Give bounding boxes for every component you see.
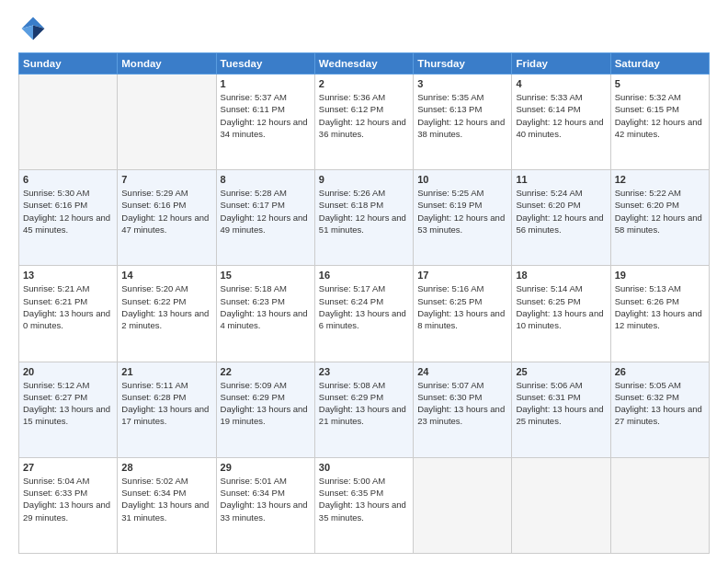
day-info: Sunrise: 5:04 AM Sunset: 6:33 PM Dayligh… <box>23 475 113 523</box>
day-number: 18 <box>516 270 606 281</box>
day-number: 14 <box>121 270 211 281</box>
calendar-header-row: SundayMondayTuesdayWednesdayThursdayFrid… <box>19 53 710 75</box>
calendar-cell: 30Sunrise: 5:00 AM Sunset: 6:35 PM Dayli… <box>314 457 413 553</box>
day-info: Sunrise: 5:06 AM Sunset: 6:31 PM Dayligh… <box>516 379 606 428</box>
day-info: Sunrise: 5:32 AM Sunset: 6:15 PM Dayligh… <box>615 91 705 140</box>
day-number: 13 <box>23 270 113 281</box>
calendar-week-row: 27Sunrise: 5:04 AM Sunset: 6:33 PM Dayli… <box>19 457 710 553</box>
day-number: 1 <box>221 78 311 89</box>
calendar-cell: 7Sunrise: 5:29 AM Sunset: 6:16 PM Daylig… <box>118 170 216 266</box>
day-info: Sunrise: 5:21 AM Sunset: 6:21 PM Dayligh… <box>23 282 113 331</box>
day-info: Sunrise: 5:35 AM Sunset: 6:13 PM Dayligh… <box>417 91 507 140</box>
day-number: 22 <box>221 366 311 377</box>
calendar-cell: 27Sunrise: 5:04 AM Sunset: 6:33 PM Dayli… <box>19 457 118 553</box>
calendar-cell: 10Sunrise: 5:25 AM Sunset: 6:19 PM Dayli… <box>414 170 512 266</box>
calendar-cell: 19Sunrise: 5:13 AM Sunset: 6:26 PM Dayli… <box>610 266 709 362</box>
calendar-cell: 15Sunrise: 5:18 AM Sunset: 6:23 PM Dayli… <box>216 266 314 362</box>
calendar-cell: 17Sunrise: 5:16 AM Sunset: 6:25 PM Dayli… <box>414 266 512 362</box>
col-header-monday: Monday <box>118 53 216 75</box>
calendar-cell: 9Sunrise: 5:26 AM Sunset: 6:18 PM Daylig… <box>314 170 413 266</box>
day-number: 28 <box>121 462 211 473</box>
day-number: 3 <box>417 78 507 89</box>
day-info: Sunrise: 5:09 AM Sunset: 6:29 PM Dayligh… <box>221 379 311 428</box>
calendar-cell: 26Sunrise: 5:05 AM Sunset: 6:32 PM Dayli… <box>610 362 709 457</box>
day-info: Sunrise: 5:29 AM Sunset: 6:16 PM Dayligh… <box>121 187 211 236</box>
day-info: Sunrise: 5:17 AM Sunset: 6:24 PM Dayligh… <box>319 282 409 331</box>
day-number: 10 <box>417 174 507 185</box>
calendar-cell <box>118 75 216 170</box>
day-info: Sunrise: 5:14 AM Sunset: 6:25 PM Dayligh… <box>516 282 606 331</box>
calendar-cell: 11Sunrise: 5:24 AM Sunset: 6:20 PM Dayli… <box>512 170 610 266</box>
day-info: Sunrise: 5:01 AM Sunset: 6:34 PM Dayligh… <box>221 475 311 523</box>
day-number: 15 <box>221 270 311 281</box>
calendar-cell: 23Sunrise: 5:08 AM Sunset: 6:29 PM Dayli… <box>314 362 413 457</box>
page: SundayMondayTuesdayWednesdayThursdayFrid… <box>0 0 728 563</box>
calendar-cell: 16Sunrise: 5:17 AM Sunset: 6:24 PM Dayli… <box>314 266 413 362</box>
day-number: 5 <box>615 78 705 89</box>
day-info: Sunrise: 5:08 AM Sunset: 6:29 PM Dayligh… <box>319 379 409 428</box>
calendar-cell: 4Sunrise: 5:33 AM Sunset: 6:14 PM Daylig… <box>512 75 610 170</box>
calendar-week-row: 13Sunrise: 5:21 AM Sunset: 6:21 PM Dayli… <box>19 266 710 362</box>
day-number: 16 <box>319 270 409 281</box>
calendar-cell: 8Sunrise: 5:28 AM Sunset: 6:17 PM Daylig… <box>216 170 314 266</box>
day-number: 17 <box>417 270 507 281</box>
calendar-cell: 12Sunrise: 5:22 AM Sunset: 6:20 PM Dayli… <box>610 170 709 266</box>
calendar-cell: 28Sunrise: 5:02 AM Sunset: 6:34 PM Dayli… <box>118 457 216 553</box>
day-number: 11 <box>516 174 606 185</box>
day-number: 24 <box>417 366 507 377</box>
day-info: Sunrise: 5:18 AM Sunset: 6:23 PM Dayligh… <box>221 282 311 331</box>
logo-icon <box>18 14 48 43</box>
day-number: 23 <box>319 366 409 377</box>
day-number: 4 <box>516 78 606 89</box>
day-info: Sunrise: 5:00 AM Sunset: 6:35 PM Dayligh… <box>319 475 409 523</box>
day-number: 8 <box>221 174 311 185</box>
day-info: Sunrise: 5:07 AM Sunset: 6:30 PM Dayligh… <box>417 379 507 428</box>
day-info: Sunrise: 5:11 AM Sunset: 6:28 PM Dayligh… <box>121 379 211 428</box>
calendar-week-row: 1Sunrise: 5:37 AM Sunset: 6:11 PM Daylig… <box>19 75 710 170</box>
day-number: 6 <box>23 174 113 185</box>
calendar-week-row: 6Sunrise: 5:30 AM Sunset: 6:16 PM Daylig… <box>19 170 710 266</box>
day-info: Sunrise: 5:22 AM Sunset: 6:20 PM Dayligh… <box>615 187 705 236</box>
calendar-cell: 2Sunrise: 5:36 AM Sunset: 6:12 PM Daylig… <box>314 75 413 170</box>
day-info: Sunrise: 5:12 AM Sunset: 6:27 PM Dayligh… <box>23 379 113 428</box>
calendar-cell: 22Sunrise: 5:09 AM Sunset: 6:29 PM Dayli… <box>216 362 314 457</box>
day-number: 27 <box>23 462 113 473</box>
day-info: Sunrise: 5:16 AM Sunset: 6:25 PM Dayligh… <box>417 282 507 331</box>
day-info: Sunrise: 5:33 AM Sunset: 6:14 PM Dayligh… <box>516 91 606 140</box>
calendar-cell: 24Sunrise: 5:07 AM Sunset: 6:30 PM Dayli… <box>414 362 512 457</box>
day-number: 26 <box>615 366 705 377</box>
calendar-cell: 25Sunrise: 5:06 AM Sunset: 6:31 PM Dayli… <box>512 362 610 457</box>
col-header-sunday: Sunday <box>19 53 118 75</box>
day-number: 29 <box>221 462 311 473</box>
day-info: Sunrise: 5:05 AM Sunset: 6:32 PM Dayligh… <box>615 379 705 428</box>
day-number: 7 <box>121 174 211 185</box>
day-info: Sunrise: 5:30 AM Sunset: 6:16 PM Dayligh… <box>23 187 113 236</box>
day-number: 21 <box>121 366 211 377</box>
calendar-cell: 21Sunrise: 5:11 AM Sunset: 6:28 PM Dayli… <box>118 362 216 457</box>
day-info: Sunrise: 5:20 AM Sunset: 6:22 PM Dayligh… <box>121 282 211 331</box>
calendar-cell: 5Sunrise: 5:32 AM Sunset: 6:15 PM Daylig… <box>610 75 709 170</box>
calendar-cell <box>512 457 610 553</box>
day-info: Sunrise: 5:25 AM Sunset: 6:19 PM Dayligh… <box>417 187 507 236</box>
col-header-thursday: Thursday <box>414 53 512 75</box>
calendar-week-row: 20Sunrise: 5:12 AM Sunset: 6:27 PM Dayli… <box>19 362 710 457</box>
calendar-cell: 1Sunrise: 5:37 AM Sunset: 6:11 PM Daylig… <box>216 75 314 170</box>
day-info: Sunrise: 5:36 AM Sunset: 6:12 PM Dayligh… <box>319 91 409 140</box>
day-number: 2 <box>319 78 409 89</box>
header <box>18 14 710 43</box>
col-header-saturday: Saturday <box>610 53 709 75</box>
day-number: 25 <box>516 366 606 377</box>
day-number: 9 <box>319 174 409 185</box>
calendar-cell: 20Sunrise: 5:12 AM Sunset: 6:27 PM Dayli… <box>19 362 118 457</box>
logo <box>18 14 51 43</box>
col-header-friday: Friday <box>512 53 610 75</box>
col-header-tuesday: Tuesday <box>216 53 314 75</box>
calendar-cell: 6Sunrise: 5:30 AM Sunset: 6:16 PM Daylig… <box>19 170 118 266</box>
day-info: Sunrise: 5:02 AM Sunset: 6:34 PM Dayligh… <box>121 475 211 523</box>
calendar-cell: 29Sunrise: 5:01 AM Sunset: 6:34 PM Dayli… <box>216 457 314 553</box>
calendar-cell: 3Sunrise: 5:35 AM Sunset: 6:13 PM Daylig… <box>414 75 512 170</box>
day-info: Sunrise: 5:13 AM Sunset: 6:26 PM Dayligh… <box>615 282 705 331</box>
day-number: 12 <box>615 174 705 185</box>
col-header-wednesday: Wednesday <box>314 53 413 75</box>
day-number: 20 <box>23 366 113 377</box>
